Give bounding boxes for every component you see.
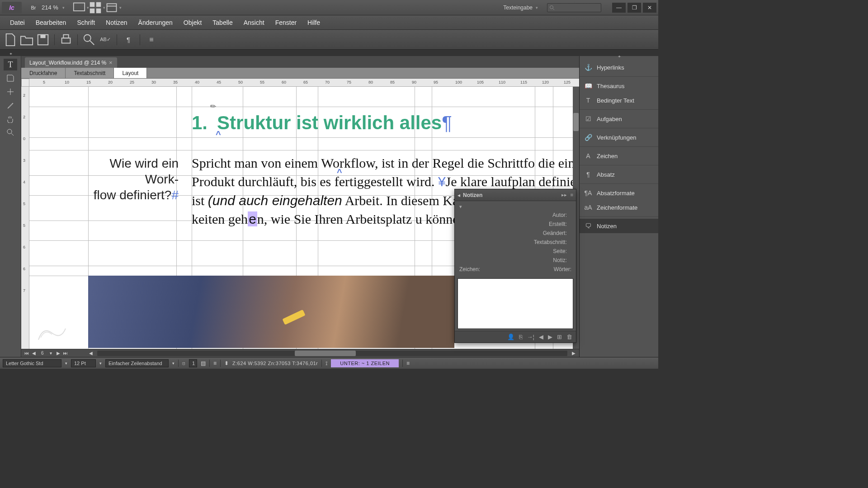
menu-ansicht[interactable]: Ansicht: [238, 15, 270, 29]
guide[interactable]: [29, 107, 579, 107]
open-icon[interactable]: [20, 33, 33, 46]
close-button[interactable]: ✕: [643, 3, 656, 13]
font-size-field[interactable]: 12 Pt: [71, 359, 96, 367]
measure-icon[interactable]: ⟟: [326, 360, 327, 366]
menu-datei[interactable]: Datei: [5, 15, 30, 29]
type-tool-icon[interactable]: T: [4, 59, 17, 70]
chevron-down-icon[interactable]: ▾: [99, 361, 102, 366]
view-tab-textabschnitt[interactable]: Textabschnitt: [66, 68, 114, 78]
panel-paragraph[interactable]: ¶Absatz: [580, 167, 658, 182]
screen-mode-icon[interactable]: [73, 3, 85, 13]
justify-icon[interactable]: ≡: [213, 360, 217, 366]
scroll-right-icon[interactable]: ▶: [570, 350, 577, 357]
panel-hyperlinks[interactable]: ⚓Hyperlinks: [580, 60, 658, 75]
chevron-down-icon[interactable]: ▾: [62, 5, 65, 10]
expand-icon[interactable]: ▸▸: [561, 192, 567, 198]
menu-tabelle[interactable]: Tabelle: [207, 15, 238, 29]
go-to-note-icon[interactable]: ⎘: [519, 333, 523, 340]
leading-field[interactable]: Einfacher Zeilenabstand: [105, 359, 169, 367]
new-note-icon[interactable]: ⊞: [557, 333, 562, 340]
ruler-vertical[interactable]: 2 2 0 3 4 5 5 6 6 7: [21, 87, 29, 349]
note-anchor-icon[interactable]: e: [248, 211, 257, 226]
menu-aenderungen[interactable]: Änderungen: [133, 15, 178, 29]
page-number[interactable]: 6: [38, 351, 47, 356]
vertical-align-icon[interactable]: ⬍: [224, 360, 229, 366]
chevron-down-icon[interactable]: ▾: [172, 361, 175, 366]
document-tab[interactable]: Layout_Workflow.indd @ 214 % ×: [25, 57, 117, 68]
new-icon[interactable]: [4, 33, 17, 46]
go-to-anchor-icon[interactable]: →¦: [527, 333, 534, 340]
menu-notizen[interactable]: Notizen: [100, 15, 132, 29]
menu-schrift[interactable]: Schrift: [71, 15, 100, 29]
note-tool-icon[interactable]: [4, 72, 17, 84]
workspace-label[interactable]: Texteingabe: [503, 5, 533, 11]
save-icon[interactable]: [36, 33, 50, 46]
hand-tool-icon[interactable]: [4, 113, 17, 125]
panel-links[interactable]: 🔗Verknüpfungen: [580, 130, 658, 145]
zoom-tool-icon[interactable]: [4, 127, 17, 138]
image-frame[interactable]: [88, 276, 454, 348]
view-tab-layout[interactable]: Layout: [114, 68, 147, 78]
ruler-origin[interactable]: [21, 79, 29, 87]
menubar: Datei Bearbeiten Schrift Notizen Änderun…: [0, 15, 658, 30]
panel-conditional-text[interactable]: TBedingter Text: [580, 93, 658, 108]
notes-panel[interactable]: ◂ Notizen ▸▸ ≡ ▾ Autor: Erstellt: Geände…: [454, 189, 576, 343]
document-tab-label: Layout_Workflow.indd @ 214 %: [29, 60, 106, 66]
search-input[interactable]: [547, 3, 601, 12]
view-icon[interactable]: [105, 3, 118, 13]
panel-notes[interactable]: 🗨Notizen: [580, 219, 658, 233]
page-dropdown-icon[interactable]: ▾: [47, 350, 55, 357]
trash-icon[interactable]: 🗑: [566, 333, 572, 340]
panel-paragraph-styles[interactable]: ¶AAbsatzformate: [580, 186, 658, 200]
next-note-icon[interactable]: ▶: [548, 333, 552, 340]
scrollbar-horizontal[interactable]: [97, 351, 567, 356]
ruler-horizontal[interactable]: 5 10 15 20 25 30 35 40 45 50 55 60 65 70…: [29, 79, 579, 87]
column-field[interactable]: 1: [189, 359, 197, 367]
menu-objekt[interactable]: Objekt: [178, 15, 207, 29]
menu-hilfe[interactable]: Hilfe: [302, 15, 326, 29]
maximize-button[interactable]: ❐: [627, 3, 641, 13]
chevron-down-icon[interactable]: ▾: [459, 204, 462, 209]
first-page-icon[interactable]: ⏮: [23, 350, 30, 357]
eyedropper-tool-icon[interactable]: [4, 99, 17, 111]
conditional-text-icon: T: [584, 97, 592, 104]
print-icon[interactable]: [59, 33, 73, 46]
prev-note-icon[interactable]: ◀: [539, 333, 543, 340]
zoom-field[interactable]: 214 %: [42, 4, 58, 11]
user-icon[interactable]: 👤: [507, 333, 514, 340]
guide[interactable]: [29, 137, 579, 138]
note-content-textarea[interactable]: [458, 278, 573, 329]
align-icon[interactable]: ▤: [201, 360, 206, 366]
overflow-menu-icon[interactable]: ≡: [406, 360, 410, 366]
panel-character[interactable]: AZeichen: [580, 149, 658, 163]
label-seite: Seite:: [553, 248, 567, 254]
guide[interactable]: [29, 150, 579, 150]
panel-character-styles[interactable]: aAZeichenformate: [580, 200, 658, 215]
margin-note[interactable]: Wie wird ein Work- flow definiert?#: [88, 155, 179, 203]
menu-icon[interactable]: ≡: [145, 33, 158, 46]
menu-bearbeiten[interactable]: Bearbeiten: [30, 15, 72, 29]
position-tool-icon[interactable]: [4, 86, 17, 98]
pilcrow-icon[interactable]: ¶: [122, 33, 135, 46]
arrange-icon[interactable]: [89, 3, 102, 13]
chevron-down-icon[interactable]: ▾: [65, 361, 67, 366]
font-family-field[interactable]: Letter Gothic Std: [3, 359, 61, 367]
minimize-button[interactable]: —: [612, 3, 626, 13]
close-tab-icon[interactable]: ×: [109, 59, 113, 66]
last-page-icon[interactable]: ⏭: [62, 350, 69, 357]
panel-menu-icon[interactable]: ≡: [571, 192, 573, 198]
panel-dock: ⚓Hyperlinks 📖Thesaurus TBedingter Text ☑…: [579, 56, 658, 357]
panel-thesaurus[interactable]: 📖Thesaurus: [580, 79, 658, 93]
spellcheck-icon[interactable]: AB✓: [99, 33, 112, 46]
bridge-icon[interactable]: Br: [27, 3, 40, 13]
next-page-icon[interactable]: ▶: [55, 350, 62, 357]
view-tab-druckfahne[interactable]: Druckfahne: [21, 68, 66, 78]
prev-page-icon[interactable]: ◀: [30, 350, 38, 357]
find-icon[interactable]: [82, 33, 96, 46]
note-icon: 🗨: [584, 222, 592, 230]
panel-assignments[interactable]: ☑Aufgaben: [580, 112, 658, 126]
heading-text[interactable]: 1. Struktur ist wirklich alles¶: [192, 112, 452, 134]
collapse-icon[interactable]: ◂: [458, 192, 460, 198]
menu-fenster[interactable]: Fenster: [270, 15, 302, 29]
scroll-left-icon[interactable]: ◀: [87, 350, 94, 357]
